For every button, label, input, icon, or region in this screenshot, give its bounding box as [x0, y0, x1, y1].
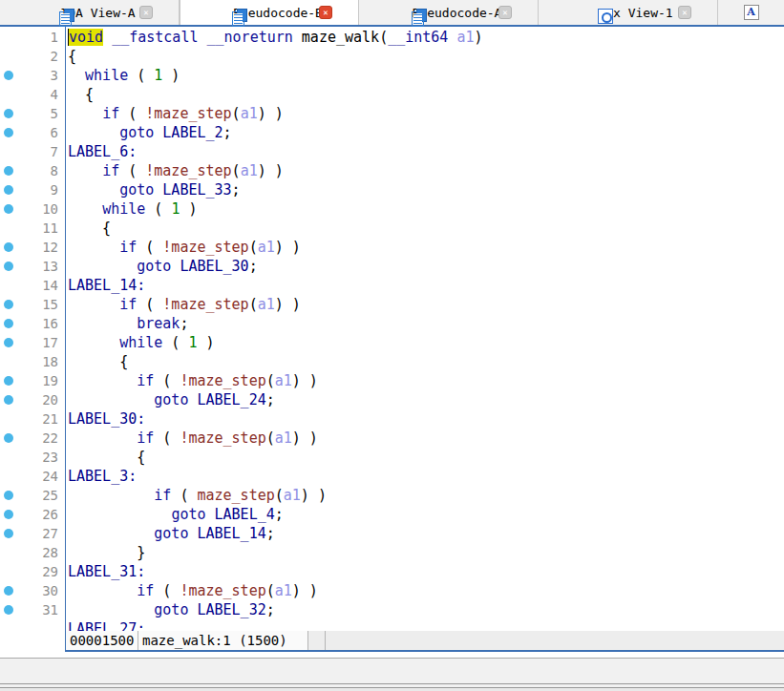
code-text[interactable]: if ( !maze_step(a1) ) — [66, 581, 784, 600]
gutter-cell[interactable]: 26 — [0, 505, 66, 524]
breakpoint-dot[interactable] — [4, 242, 13, 252]
gutter-cell[interactable]: 8 — [0, 161, 66, 180]
gutter-cell[interactable]: 2 — [0, 47, 66, 66]
gutter-cell[interactable]: 31 — [0, 600, 66, 619]
breakpoint-dot[interactable] — [4, 338, 13, 347]
code-text[interactable]: goto LABEL_2; — [66, 123, 784, 142]
gutter-cell[interactable]: 15 — [0, 295, 66, 314]
code-text[interactable]: break; — [66, 314, 784, 333]
code-text[interactable]: goto LABEL_14; — [66, 524, 784, 543]
code-line: 2{ — [0, 47, 784, 66]
gutter-cell[interactable]: 4 — [0, 85, 66, 104]
code-text[interactable]: if ( !maze_step(a1) ) — [66, 104, 784, 123]
tab-extra[interactable]: A — [718, 0, 784, 25]
code-line: 12 if ( !maze_step(a1) ) — [0, 238, 784, 257]
code-text[interactable]: if ( !maze_step(a1) ) — [66, 371, 784, 390]
gutter-cell[interactable]: 24 — [0, 467, 66, 486]
gutter-cell[interactable]: 19 — [0, 371, 66, 390]
code-text[interactable]: LABEL_3: — [66, 467, 784, 486]
gutter-cell[interactable]: 28 — [0, 543, 66, 562]
tab-close-button[interactable]: ✕ — [139, 6, 153, 19]
breakpoint-dot[interactable] — [4, 128, 13, 137]
tab-pseudocode-a[interactable]: Pseudocode-A✕ — [359, 0, 539, 25]
gutter-cell[interactable]: 22 — [0, 429, 66, 448]
gutter-cell[interactable]: 13 — [0, 257, 66, 276]
code-line: 26 goto LABEL_4; — [0, 505, 784, 524]
code-text[interactable]: { — [66, 47, 784, 66]
gutter-cell[interactable]: 6 — [0, 123, 66, 142]
code-text[interactable]: goto LABEL_30; — [66, 257, 784, 276]
code-text[interactable]: LABEL_31: — [66, 562, 784, 581]
gutter-cell[interactable] — [0, 619, 66, 639]
breakpoint-dot[interactable] — [4, 376, 13, 386]
code-text[interactable]: { — [66, 352, 784, 371]
code-line: 23 { — [0, 448, 784, 467]
code-text[interactable]: { — [66, 448, 784, 467]
gutter-cell[interactable]: 10 — [0, 199, 66, 219]
breakpoint-dot[interactable] — [4, 71, 13, 80]
breakpoint-dot[interactable] — [4, 300, 13, 309]
gutter-cell[interactable]: 11 — [0, 219, 66, 238]
code-text[interactable]: while ( 1 ) — [66, 333, 784, 352]
gutter-cell[interactable]: 30 — [0, 581, 66, 600]
code-text[interactable]: if ( !maze_step(a1) ) — [66, 295, 784, 314]
gutter-cell[interactable]: 20 — [0, 390, 66, 409]
code-text[interactable]: LABEL_6: — [66, 142, 784, 161]
gutter-cell[interactable]: 29 — [0, 562, 66, 581]
breakpoint-dot[interactable] — [4, 433, 13, 443]
breakpoint-dot[interactable] — [4, 262, 13, 271]
code-line: 13 goto LABEL_30; — [0, 257, 784, 276]
code-text[interactable]: goto LABEL_32; — [66, 600, 784, 619]
gutter-cell[interactable]: 5 — [0, 104, 66, 123]
code-text[interactable]: LABEL_14: — [66, 276, 784, 295]
code-text[interactable]: { — [66, 219, 784, 238]
breakpoint-dot[interactable] — [4, 109, 13, 118]
code-text[interactable]: if ( !maze_step(a1) ) — [66, 161, 784, 180]
gutter-cell[interactable]: 14 — [0, 276, 66, 295]
gutter-cell[interactable]: 3 — [0, 66, 66, 85]
gutter-divider — [65, 27, 66, 652]
breakpoint-dot[interactable] — [4, 204, 13, 214]
tab-ida-view-a[interactable]: IDA View-A✕ — [0, 0, 180, 25]
gutter-cell[interactable]: 16 — [0, 314, 66, 333]
breakpoint-dot[interactable] — [4, 319, 13, 328]
gutter-cell[interactable]: 17 — [0, 333, 66, 352]
code-text[interactable]: if ( !maze_step(a1) ) — [66, 238, 784, 257]
code-text[interactable]: while ( 1 ) — [66, 199, 784, 219]
code-text[interactable]: void __fastcall __noreturn maze_walk(__i… — [66, 28, 784, 47]
breakpoint-dot[interactable] — [4, 586, 13, 596]
line-number: 8 — [51, 161, 58, 180]
gutter-cell[interactable]: 25 — [0, 486, 66, 505]
line-number: 25 — [42, 486, 58, 505]
code-text[interactable]: } — [66, 543, 784, 562]
gutter-cell[interactable]: 23 — [0, 448, 66, 467]
code-text[interactable]: goto LABEL_24; — [66, 390, 784, 409]
breakpoint-dot[interactable] — [4, 166, 13, 176]
tab-close-button[interactable]: ✕ — [498, 6, 512, 19]
code-text[interactable]: if ( maze_step(a1) ) — [66, 486, 784, 505]
gutter-cell[interactable]: 27 — [0, 524, 66, 543]
gutter-cell[interactable]: 18 — [0, 352, 66, 371]
breakpoint-dot[interactable] — [4, 529, 13, 538]
code-text[interactable]: goto LABEL_4; — [66, 505, 784, 524]
breakpoint-dot[interactable] — [4, 185, 13, 195]
code-text[interactable]: while ( 1 ) — [66, 66, 784, 85]
code-text[interactable]: { — [66, 85, 784, 104]
tab-close-button[interactable]: ✕ — [319, 6, 332, 19]
gutter-cell[interactable]: 7 — [0, 142, 66, 161]
gutter-cell[interactable]: 21 — [0, 409, 66, 429]
gutter-cell[interactable]: 9 — [0, 180, 66, 199]
tab-pseudocode-b[interactable]: Pseudocode-B✕ — [180, 0, 359, 25]
code-text[interactable]: goto LABEL_33; — [66, 180, 784, 199]
gutter-cell[interactable]: 12 — [0, 238, 66, 257]
tab-close-button[interactable]: ✕ — [678, 6, 691, 19]
breakpoint-dot[interactable] — [4, 510, 13, 519]
breakpoint-dot[interactable] — [4, 491, 13, 500]
breakpoint-dot[interactable] — [4, 605, 13, 615]
tab-hex-view-1[interactable]: Hex View-1✕ — [539, 0, 718, 25]
code-text[interactable]: if ( !maze_step(a1) ) — [66, 429, 784, 448]
line-number: 6 — [51, 123, 58, 142]
code-text[interactable]: LABEL_30: — [66, 409, 784, 429]
breakpoint-dot[interactable] — [4, 395, 13, 405]
gutter-cell[interactable]: 1 — [0, 28, 66, 47]
